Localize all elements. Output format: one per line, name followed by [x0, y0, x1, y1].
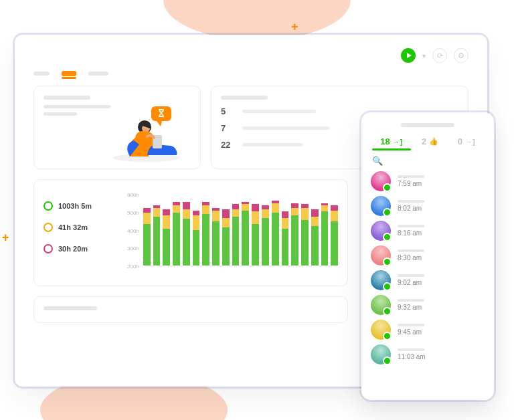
person-name-skeleton — [398, 299, 424, 302]
panel-title-skeleton — [401, 123, 454, 127]
avatar — [371, 196, 391, 216]
metric-value: 30h 20m — [58, 245, 88, 253]
chart-bar — [193, 211, 200, 266]
history-icon[interactable]: ⟳ — [432, 48, 447, 63]
panel-tabs: 18 →] 2 👍 0 →] — [371, 136, 485, 150]
stat-value: 5 — [221, 106, 234, 116]
hand-icon — [44, 223, 53, 232]
person-name-skeleton — [398, 175, 424, 178]
person-item[interactable]: 8:30 am — [371, 245, 485, 266]
chart-y-axis: 600h500h400h300h200h — [127, 189, 143, 276]
panel-tab-approved[interactable]: 2 👍 — [422, 136, 438, 146]
chart-bar — [252, 204, 259, 266]
waiting-illustration — [110, 103, 193, 163]
settings-icon[interactable]: ⚙ — [454, 48, 468, 63]
chart-bar — [173, 202, 180, 266]
person-item[interactable]: 8:02 am — [371, 196, 485, 216]
chart-bar — [311, 209, 319, 266]
clock-icon — [44, 201, 53, 211]
svg-rect-2 — [159, 116, 164, 117]
chart-bar — [301, 204, 309, 266]
team-side-panel: 18 →] 2 👍 0 →] 🔍 7:59 am8:02 am8:16 am8:… — [361, 112, 494, 400]
metric-break-time: 30h 20m — [44, 244, 114, 253]
login-icon: →] — [393, 138, 403, 146]
chart-bar — [153, 205, 161, 266]
chart-bars — [143, 192, 338, 266]
avatar — [371, 320, 391, 340]
person-item[interactable]: 9:32 am — [371, 295, 485, 315]
person-name-skeleton — [398, 274, 424, 277]
chart-bar — [143, 208, 151, 266]
tab-count: 2 — [422, 136, 426, 146]
chart-bar — [232, 204, 240, 266]
person-time: 8:02 am — [398, 205, 424, 212]
chart-bar — [183, 202, 190, 266]
person-time: 7:59 am — [398, 180, 424, 187]
person-time: 8:16 am — [398, 229, 424, 237]
window-toolbar: ▾ ⟳ ⚙ — [33, 48, 468, 63]
person-name-skeleton — [398, 249, 424, 252]
person-name-skeleton — [398, 200, 424, 203]
chart-bar — [321, 203, 329, 266]
avatar — [371, 245, 391, 266]
person-item[interactable]: 9:02 am — [371, 270, 485, 290]
chart-bar — [202, 202, 209, 266]
avatar — [371, 295, 391, 315]
metric-idle-time: 41h 32m — [44, 223, 114, 232]
svg-rect-1 — [159, 109, 164, 110]
play-button[interactable] — [401, 48, 416, 63]
person-time: 11:03 am — [398, 353, 426, 360]
person-item[interactable]: 11:03 am — [371, 344, 485, 364]
metric-total-time: 1003h 5m — [44, 201, 114, 211]
chart-metrics: 1003h 5m 41h 32m 30h 20m — [44, 189, 114, 276]
stat-value: 7 — [221, 123, 234, 133]
avatar — [371, 270, 391, 290]
chart-bar — [272, 201, 279, 266]
plus-decor-left: + — [2, 231, 9, 245]
chart-card: 1003h 5m 41h 32m 30h 20m 600h500h400h300… — [33, 179, 348, 286]
chart-bar — [291, 203, 298, 266]
chart-bar — [222, 209, 230, 266]
avatar — [371, 171, 391, 191]
nav-tabs — [33, 71, 468, 76]
chart-bar — [331, 205, 338, 266]
people-list: 7:59 am8:02 am8:16 am8:30 am9:02 am9:32 … — [371, 171, 485, 364]
nav-tab-active[interactable] — [62, 71, 76, 76]
person-item[interactable]: 8:16 am — [371, 221, 485, 241]
avatar — [371, 221, 391, 241]
metric-value: 1003h 5m — [58, 202, 92, 210]
summary-card — [33, 86, 201, 169]
person-time: 9:45 am — [398, 328, 424, 336]
bar-chart: 600h500h400h300h200h — [127, 189, 338, 276]
person-name-skeleton — [398, 348, 424, 351]
chart-bar — [212, 208, 220, 266]
chart-bar — [163, 209, 170, 266]
panel-tab-out[interactable]: 0 →] — [458, 136, 475, 146]
search-icon[interactable]: 🔍 — [372, 156, 483, 166]
chart-bar — [242, 202, 249, 266]
person-time: 9:02 am — [398, 279, 424, 286]
tab-count: 0 — [458, 136, 462, 146]
person-item[interactable]: 7:59 am — [371, 171, 485, 191]
chart-bar — [262, 205, 269, 266]
panel-tab-present[interactable]: 18 →] — [380, 136, 402, 146]
avatar — [371, 344, 391, 364]
person-time: 9:32 am — [398, 304, 424, 311]
play-dropdown-chevron-icon[interactable]: ▾ — [422, 52, 426, 60]
chart-bar — [282, 211, 289, 266]
person-time: 8:30 am — [398, 254, 424, 261]
person-item[interactable]: 9:45 am — [371, 320, 485, 340]
nav-tab-3[interactable] — [88, 72, 108, 76]
plus-decor-top: + — [291, 20, 298, 34]
logout-icon: →] — [465, 138, 475, 146]
person-name-skeleton — [398, 225, 424, 227]
thumbs-up-icon: 👍 — [429, 137, 438, 146]
nav-tab-1[interactable] — [33, 72, 50, 76]
stopwatch-icon — [44, 244, 53, 253]
person-name-skeleton — [398, 324, 424, 326]
stat-value: 22 — [221, 140, 234, 150]
bottom-card — [33, 296, 348, 323]
metric-value: 41h 32m — [58, 223, 88, 231]
tab-count: 18 — [380, 136, 390, 146]
